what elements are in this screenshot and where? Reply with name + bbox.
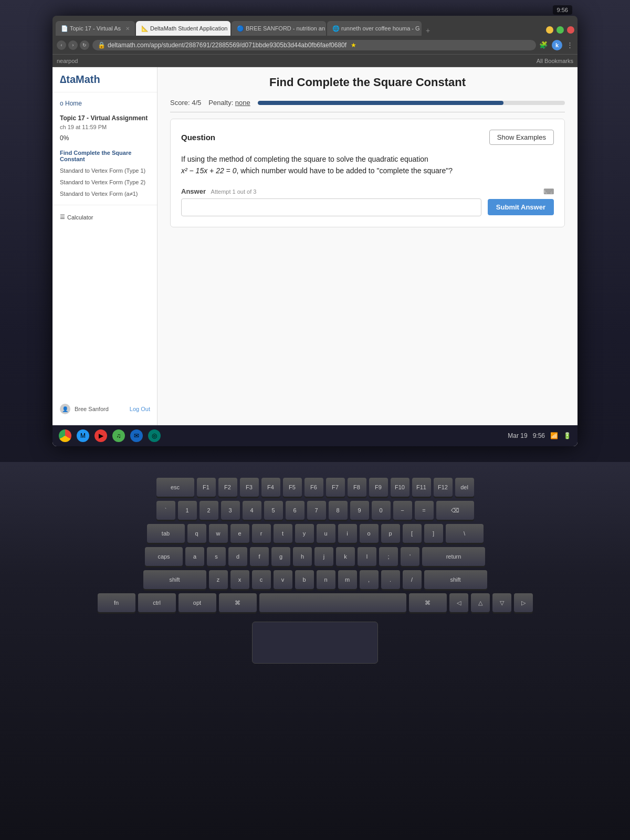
key-f4[interactable]: F4 bbox=[261, 478, 280, 497]
key-f2[interactable]: F2 bbox=[218, 478, 237, 497]
key-tilde[interactable]: ` bbox=[156, 501, 175, 520]
key-5[interactable]: 5 bbox=[264, 501, 283, 520]
keyboard-icon[interactable]: ⌨ bbox=[543, 187, 554, 196]
key-equals[interactable]: = bbox=[415, 501, 434, 520]
key-x[interactable]: x bbox=[230, 570, 249, 589]
bookmark-nearpod[interactable]: nearpod bbox=[57, 58, 78, 64]
key-m[interactable]: m bbox=[338, 570, 357, 589]
tab-close-topic17[interactable]: ✕ bbox=[125, 26, 130, 32]
key-f11[interactable]: F11 bbox=[412, 478, 431, 497]
taskbar-icon-2[interactable]: M bbox=[77, 429, 89, 442]
key-p[interactable]: p bbox=[381, 524, 400, 543]
key-0[interactable]: 0 bbox=[372, 501, 391, 520]
key-u[interactable]: u bbox=[317, 524, 335, 543]
key-h[interactable]: h bbox=[293, 547, 312, 566]
key-d[interactable]: d bbox=[228, 547, 247, 566]
touchpad[interactable] bbox=[252, 622, 378, 664]
key-f5[interactable]: F5 bbox=[283, 478, 302, 497]
show-examples-button[interactable]: Show Examples bbox=[489, 130, 554, 145]
key-b[interactable]: b bbox=[295, 570, 314, 589]
key-l[interactable]: l bbox=[358, 547, 376, 566]
key-7[interactable]: 7 bbox=[307, 501, 326, 520]
key-del[interactable]: del bbox=[455, 478, 474, 497]
key-tab[interactable]: tab bbox=[147, 524, 185, 543]
profile-icon[interactable]: k bbox=[552, 40, 562, 50]
key-j[interactable]: j bbox=[314, 547, 333, 566]
close-button[interactable]: ✕ bbox=[567, 26, 574, 34]
key-arrow-right[interactable]: ▷ bbox=[514, 593, 533, 612]
key-8[interactable]: 8 bbox=[329, 501, 348, 520]
key-9[interactable]: 9 bbox=[350, 501, 369, 520]
key-rshift[interactable]: shift bbox=[424, 570, 487, 589]
key-q[interactable]: q bbox=[187, 524, 206, 543]
key-e[interactable]: e bbox=[230, 524, 249, 543]
key-arrow-down[interactable]: ▽ bbox=[492, 593, 511, 612]
key-f7[interactable]: F7 bbox=[326, 478, 345, 497]
key-y[interactable]: y bbox=[295, 524, 314, 543]
key-c[interactable]: c bbox=[252, 570, 271, 589]
key-arrow-up[interactable]: △ bbox=[471, 593, 490, 612]
key-i[interactable]: i bbox=[338, 524, 357, 543]
new-tab-button[interactable]: + bbox=[423, 25, 433, 36]
key-f1[interactable]: F1 bbox=[197, 478, 216, 497]
chrome-icon[interactable] bbox=[59, 429, 71, 442]
key-semicolon[interactable]: ; bbox=[379, 547, 398, 566]
key-lshift[interactable]: shift bbox=[143, 570, 206, 589]
key-f6[interactable]: F6 bbox=[304, 478, 323, 497]
key-space[interactable] bbox=[259, 593, 406, 612]
key-f8[interactable]: F8 bbox=[348, 478, 366, 497]
back-button[interactable]: ‹ bbox=[57, 40, 66, 50]
key-fn[interactable]: fn bbox=[98, 593, 135, 612]
sidebar-item-standard-type3[interactable]: Standard to Vertex Form (a≠1) bbox=[52, 188, 157, 200]
key-f3[interactable]: F3 bbox=[240, 478, 259, 497]
key-s[interactable]: s bbox=[207, 547, 226, 566]
key-quote[interactable]: ' bbox=[401, 547, 419, 566]
tab-bree[interactable]: 🔵 BREE SANFORD - nutrition an ✕ bbox=[232, 21, 326, 36]
key-cmd-left[interactable]: ⌘ bbox=[219, 593, 257, 612]
tab-runneth[interactable]: 🌐 runneth over coffee houma - G ✕ bbox=[327, 21, 422, 36]
tab-topic17[interactable]: 📄 Topic 17 - Virtual As ✕ bbox=[56, 21, 135, 36]
key-caps[interactable]: caps bbox=[145, 547, 183, 566]
key-1[interactable]: 1 bbox=[178, 501, 197, 520]
logout-link[interactable]: Log Out bbox=[130, 406, 150, 412]
forward-button[interactable]: › bbox=[68, 40, 78, 50]
key-z[interactable]: z bbox=[209, 570, 228, 589]
key-cmd-right[interactable]: ⌘ bbox=[409, 593, 447, 612]
key-f10[interactable]: F10 bbox=[391, 478, 410, 497]
key-2[interactable]: 2 bbox=[200, 501, 218, 520]
key-enter[interactable]: return bbox=[422, 547, 485, 566]
submit-answer-button[interactable]: Submit Answer bbox=[488, 199, 554, 215]
key-f[interactable]: f bbox=[250, 547, 269, 566]
sidebar-item-find-complete[interactable]: Find Complete the Square Constant bbox=[52, 147, 157, 165]
sidebar-item-standard-type2[interactable]: Standard to Vertex Form (Type 2) bbox=[52, 176, 157, 188]
more-options-icon[interactable]: ⋮ bbox=[566, 41, 573, 49]
key-lbracket[interactable]: [ bbox=[403, 524, 422, 543]
tab-deltamath[interactable]: 📐 DeltaMath Student Application ✕ bbox=[136, 21, 230, 36]
extensions-icon[interactable]: 🧩 bbox=[539, 41, 548, 49]
all-bookmarks-label[interactable]: All Bookmarks bbox=[537, 58, 573, 64]
key-option[interactable]: opt bbox=[178, 593, 216, 612]
key-period[interactable]: . bbox=[381, 570, 400, 589]
key-w[interactable]: w bbox=[209, 524, 228, 543]
key-t[interactable]: t bbox=[274, 524, 292, 543]
key-r[interactable]: r bbox=[252, 524, 271, 543]
maximize-button[interactable]: □ bbox=[556, 26, 564, 34]
key-g[interactable]: g bbox=[271, 547, 290, 566]
key-comma[interactable]: , bbox=[360, 570, 379, 589]
taskbar-icon-3[interactable]: ▶ bbox=[94, 429, 107, 442]
key-backslash[interactable]: \ bbox=[446, 524, 484, 543]
key-rbracket[interactable]: ] bbox=[424, 524, 443, 543]
refresh-button[interactable]: ↻ bbox=[80, 40, 89, 50]
sidebar-item-home[interactable]: o Home bbox=[52, 97, 157, 110]
taskbar-icon-4[interactable]: ♫ bbox=[112, 429, 125, 442]
taskbar-icon-6[interactable]: ◎ bbox=[148, 429, 161, 442]
key-f9[interactable]: F9 bbox=[369, 478, 388, 497]
key-slash[interactable]: / bbox=[403, 570, 422, 589]
taskbar-icon-5[interactable]: ✉ bbox=[130, 429, 143, 442]
minimize-button[interactable]: – bbox=[546, 26, 553, 34]
key-o[interactable]: o bbox=[360, 524, 379, 543]
key-minus[interactable]: − bbox=[393, 501, 412, 520]
key-arrow-left[interactable]: ◁ bbox=[449, 593, 468, 612]
answer-input[interactable] bbox=[181, 198, 481, 216]
sidebar-calculator[interactable]: ☰ Calculator bbox=[52, 211, 157, 224]
